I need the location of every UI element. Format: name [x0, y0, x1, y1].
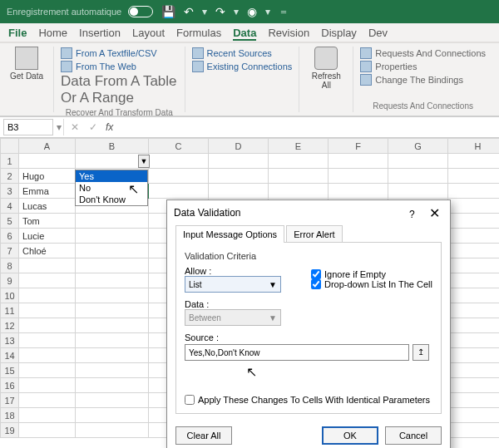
cell[interactable]: [19, 363, 76, 378]
source-input[interactable]: [185, 344, 409, 361]
cell[interactable]: [388, 184, 448, 199]
name-box[interactable]: [3, 119, 53, 135]
cell[interactable]: [76, 258, 149, 273]
dropdown-option[interactable]: Yes: [76, 170, 147, 182]
redo-icon[interactable]: ↷: [215, 5, 225, 18]
cell[interactable]: [448, 154, 500, 169]
cell[interactable]: [269, 154, 329, 169]
cell[interactable]: [19, 303, 76, 318]
dialog-tab-error[interactable]: Error Alert: [286, 225, 343, 243]
col-header-H[interactable]: H: [448, 139, 500, 154]
ok-button[interactable]: OK: [322, 426, 378, 445]
help-icon[interactable]: ?: [401, 209, 423, 220]
requests-button[interactable]: Requests And Connections: [360, 47, 486, 60]
cell[interactable]: [448, 408, 500, 423]
dropdown-option[interactable]: Don't Know: [76, 194, 147, 205]
row-header[interactable]: 12: [1, 318, 19, 333]
row-header[interactable]: 4: [1, 199, 19, 214]
cell[interactable]: Hugo: [19, 169, 76, 184]
cell[interactable]: [448, 363, 500, 378]
cell[interactable]: [209, 169, 269, 184]
cell[interactable]: [448, 378, 500, 393]
cell[interactable]: [76, 378, 149, 393]
row-header[interactable]: 15: [1, 363, 19, 378]
row-header[interactable]: 16: [1, 378, 19, 393]
cell[interactable]: [76, 348, 149, 363]
get-data-button[interactable]: Get Data: [7, 47, 47, 81]
close-icon[interactable]: ✕: [426, 206, 443, 220]
change-bindings-button[interactable]: Change The Bindings: [360, 73, 486, 86]
row-header[interactable]: 18: [1, 408, 19, 423]
tab-home[interactable]: Home: [38, 27, 67, 39]
cancel-formula-icon[interactable]: ✕: [66, 121, 84, 133]
tab-layout[interactable]: Layout: [132, 27, 165, 39]
cell[interactable]: [448, 199, 500, 214]
cell[interactable]: [448, 423, 500, 438]
cell[interactable]: [448, 318, 500, 333]
tab-dev[interactable]: Dev: [368, 27, 388, 39]
cell[interactable]: [19, 348, 76, 363]
cell[interactable]: Emma: [19, 184, 76, 199]
cell[interactable]: Lucas: [19, 199, 76, 214]
select-all-corner[interactable]: [1, 139, 19, 154]
row-header[interactable]: 2: [1, 169, 19, 184]
tab-formulas[interactable]: Formulas: [176, 27, 221, 39]
row-header[interactable]: 19: [1, 423, 19, 438]
dropdown-option[interactable]: No: [76, 182, 147, 194]
cell[interactable]: [19, 393, 76, 408]
save-icon[interactable]: 💾: [161, 5, 175, 18]
cell[interactable]: [149, 154, 209, 169]
cell[interactable]: [329, 154, 388, 169]
cell[interactable]: [448, 348, 500, 363]
cell[interactable]: [388, 154, 448, 169]
fx-icon[interactable]: fx: [102, 121, 118, 133]
col-header-C[interactable]: C: [149, 139, 209, 154]
autosave-toggle[interactable]: [128, 6, 153, 17]
row-header[interactable]: 3: [1, 184, 19, 199]
tab-file[interactable]: File: [8, 27, 27, 39]
cell[interactable]: [448, 393, 500, 408]
cell[interactable]: [448, 258, 500, 273]
formula-input[interactable]: [118, 119, 499, 135]
cell[interactable]: [448, 169, 500, 184]
col-header-B[interactable]: B: [76, 139, 149, 154]
row-header[interactable]: 13: [1, 333, 19, 348]
cell[interactable]: [209, 184, 269, 199]
cell[interactable]: [448, 214, 500, 229]
cell[interactable]: Tom: [19, 214, 76, 229]
row-header[interactable]: 17: [1, 393, 19, 408]
cell[interactable]: [76, 393, 149, 408]
cell[interactable]: [19, 423, 76, 438]
cell[interactable]: [19, 154, 76, 169]
from-text-csv-button[interactable]: From A Textfile/CSV: [61, 47, 178, 60]
cell[interactable]: [269, 184, 329, 199]
col-header-A[interactable]: A: [19, 139, 76, 154]
cell[interactable]: [76, 408, 149, 423]
row-header[interactable]: 9: [1, 273, 19, 288]
range-picker-icon[interactable]: ↥: [413, 344, 429, 361]
row-header[interactable]: 6: [1, 229, 19, 244]
cell[interactable]: Chloé: [19, 244, 76, 258]
cell[interactable]: [19, 378, 76, 393]
ignore-empty-checkbox[interactable]: Ignore if Empty: [311, 269, 432, 279]
from-web-button[interactable]: From The Web: [61, 60, 178, 73]
cell-dropdown-arrow[interactable]: ▼: [138, 155, 150, 168]
row-header[interactable]: 11: [1, 303, 19, 318]
incell-dropdown-checkbox[interactable]: Drop-down List In The Cell: [311, 279, 432, 289]
row-header[interactable]: 14: [1, 348, 19, 363]
cell[interactable]: Lucie: [19, 229, 76, 244]
cell[interactable]: [76, 318, 149, 333]
tab-review[interactable]: Revision: [268, 27, 309, 39]
cell[interactable]: [76, 214, 149, 229]
cancel-button[interactable]: Cancel: [385, 426, 442, 445]
camera-icon[interactable]: ◉: [247, 5, 257, 18]
col-header-D[interactable]: D: [209, 139, 269, 154]
cell[interactable]: [329, 169, 388, 184]
cell[interactable]: [76, 423, 149, 438]
cell[interactable]: [76, 244, 149, 258]
qat-more-icon[interactable]: ＝: [279, 5, 289, 19]
undo-icon[interactable]: ↶: [184, 5, 194, 18]
cell[interactable]: [19, 333, 76, 348]
cell[interactable]: [269, 169, 329, 184]
cell[interactable]: [76, 363, 149, 378]
